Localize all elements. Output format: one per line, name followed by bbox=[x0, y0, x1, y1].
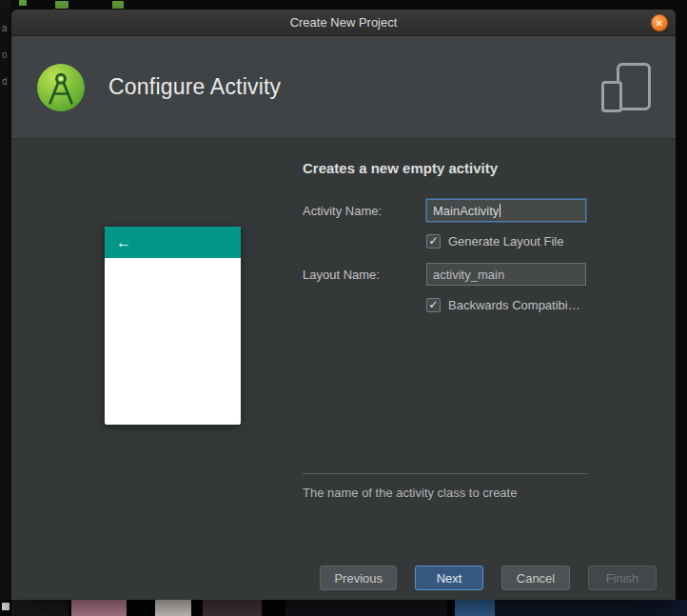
cancel-button[interactable]: Cancel bbox=[501, 566, 570, 590]
preview-appbar: ← bbox=[105, 227, 241, 258]
close-icon: ✕ bbox=[656, 18, 663, 29]
android-studio-logo-icon bbox=[36, 63, 86, 112]
activity-name-label: Activity Name: bbox=[303, 204, 426, 218]
backwards-compat-label[interactable]: Backwards Compatibi… bbox=[448, 298, 580, 312]
generate-layout-label[interactable]: Generate Layout File bbox=[448, 234, 563, 248]
wizard-button-bar: Previous Next Cancel Finish bbox=[11, 556, 676, 600]
dialog-titlebar[interactable]: Create New Project ✕ bbox=[11, 10, 676, 36]
activity-name-row: Activity Name: MainActivity bbox=[303, 199, 598, 222]
desktop-thumbnail bbox=[11, 600, 69, 616]
text-caret bbox=[500, 204, 501, 217]
layout-name-value: activity_main bbox=[433, 268, 504, 282]
finish-button[interactable]: Finish bbox=[588, 566, 657, 590]
layout-name-label: Layout Name: bbox=[303, 268, 426, 282]
layout-name-input[interactable]: activity_main bbox=[426, 263, 586, 286]
wizard-content: ← Creates a new empty activity Activity … bbox=[11, 139, 676, 556]
desktop-thumbnail bbox=[285, 600, 447, 616]
desktop-icon-fragment bbox=[55, 1, 69, 9]
generate-layout-row: ✓ Generate Layout File bbox=[426, 234, 598, 248]
desktop-thumbnail bbox=[71, 600, 127, 616]
activity-preview: ← bbox=[105, 227, 241, 425]
desktop-thumbnail bbox=[455, 600, 495, 616]
backwards-compat-checkbox[interactable]: ✓ bbox=[426, 298, 441, 312]
activity-form: Creates a new empty activity Activity Na… bbox=[303, 160, 598, 327]
layout-name-row: Layout Name: activity_main bbox=[303, 263, 598, 286]
desktop-icon-fragment bbox=[112, 1, 124, 9]
generate-layout-checkbox[interactable]: ✓ bbox=[426, 234, 441, 248]
next-button[interactable]: Next bbox=[415, 566, 483, 590]
desktop-thumbnail bbox=[2, 603, 10, 610]
desktop-taskbar-strip bbox=[0, 600, 687, 616]
wizard-header: Configure Activity bbox=[11, 36, 676, 139]
desktop-thumbnail bbox=[495, 600, 687, 616]
desktop-left-edge: a o d bbox=[0, 0, 11, 616]
desktop-text-fragment: a bbox=[2, 23, 8, 33]
page-title: Configure Activity bbox=[108, 74, 598, 100]
form-heading: Creates a new empty activity bbox=[303, 160, 598, 176]
create-new-project-dialog: Create New Project ✕ Configur bbox=[11, 10, 676, 600]
desktop-text-fragment: d bbox=[2, 76, 8, 87]
help-separator bbox=[303, 473, 588, 474]
desktop-text-fragment: o bbox=[2, 50, 8, 60]
desktop-thumbnail bbox=[203, 600, 262, 616]
backwards-compat-row: ✓ Backwards Compatibi… bbox=[426, 298, 598, 312]
activity-name-value: MainActivity bbox=[433, 204, 499, 218]
back-arrow-icon: ← bbox=[116, 234, 131, 251]
close-button[interactable]: ✕ bbox=[651, 14, 668, 31]
help-text: The name of the activity class to create bbox=[303, 486, 517, 500]
desktop-icon-fragment bbox=[19, 0, 27, 6]
phone-icon bbox=[601, 81, 622, 112]
devices-icon bbox=[598, 62, 653, 113]
previous-button[interactable]: Previous bbox=[320, 566, 397, 590]
dialog-title: Create New Project bbox=[290, 15, 398, 30]
activity-name-input[interactable]: MainActivity bbox=[426, 199, 586, 222]
desktop-thumbnail bbox=[155, 600, 191, 616]
